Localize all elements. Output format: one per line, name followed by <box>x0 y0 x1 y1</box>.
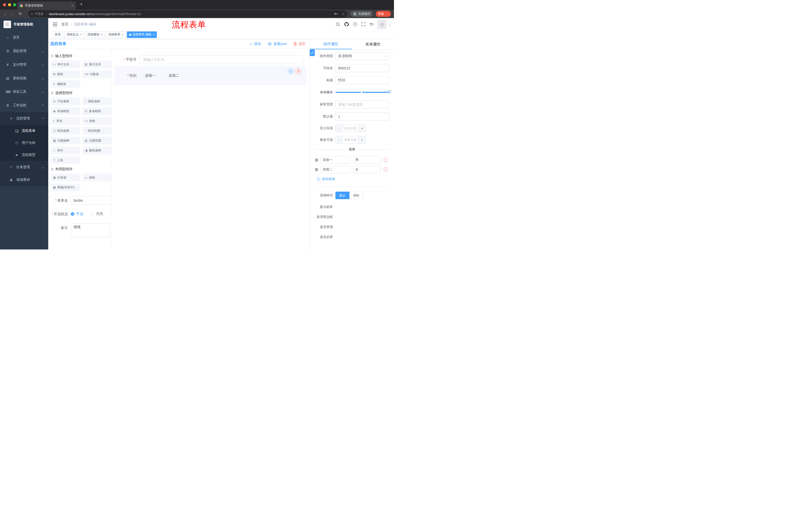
component-type-select[interactable]: 多选框组 <box>336 52 389 60</box>
palette-item-cascader[interactable]: ⑂级联选择 <box>82 98 112 105</box>
palette-item-time-picker[interactable]: ◷时间选择 <box>51 127 80 135</box>
option1-name-input[interactable] <box>320 156 350 164</box>
add-option-button[interactable]: + 添加选项 <box>317 177 389 181</box>
segment-button[interactable]: 按钮 <box>349 192 363 199</box>
copy-widget-button[interactable] <box>288 69 293 74</box>
new-tab-button[interactable]: + <box>80 2 83 6</box>
label-width-input[interactable] <box>336 100 389 108</box>
form-name-input[interactable] <box>71 196 112 205</box>
security-label[interactable]: 不安全 <box>35 12 44 16</box>
tab-close-icon[interactable]: × <box>71 4 74 7</box>
max-input[interactable] <box>343 136 358 143</box>
sidebar-item-user-group[interactable]: ⚇ 用户分组 <box>0 137 48 149</box>
palette-item-rate[interactable]: ☆评分 <box>51 146 80 154</box>
palette-item-button[interactable]: ▭按钮 <box>82 174 112 181</box>
hamburger-icon[interactable] <box>53 23 57 26</box>
sidebar-item-system[interactable]: ⚙ 系统管理 <box>0 44 48 58</box>
back-icon[interactable]: ← <box>2 12 8 16</box>
close-icon[interactable]: × <box>122 33 123 36</box>
tag-process-form[interactable]: 流程表单 × <box>106 31 126 38</box>
radio-status-off[interactable]: 关闭 <box>91 212 103 216</box>
tab-form-props[interactable]: 表单属性 <box>352 39 394 49</box>
slider-handle[interactable] <box>388 90 391 93</box>
sidebar-item-devtools[interactable]: ⌨ 研发工具 <box>0 85 48 99</box>
sidebar-item-task-management[interactable]: ⚐ 任务管理 <box>0 161 48 173</box>
drag-handle-icon[interactable] <box>315 168 318 171</box>
close-icon[interactable]: × <box>153 33 154 36</box>
radio-status-on[interactable]: 开启 <box>71 212 83 216</box>
remove-option-button[interactable]: - <box>384 158 388 162</box>
search-icon[interactable] <box>336 22 341 27</box>
remove-option-button[interactable]: - <box>384 167 388 171</box>
form-remark-textarea[interactable]: 嘿嘿 <box>71 223 110 237</box>
minimize-window-button[interactable] <box>8 3 11 6</box>
view-json-button[interactable]: 查看json <box>267 42 287 46</box>
checkbox-box[interactable] <box>163 74 167 77</box>
reload-icon[interactable]: ↻ <box>17 11 24 16</box>
palette-item-switch[interactable]: ◐开关 <box>51 117 80 125</box>
palette-item-single-text[interactable]: ▭单行文本 <box>51 61 80 68</box>
field-name-input[interactable] <box>336 64 389 72</box>
field-link-tag[interactable] <box>310 50 315 56</box>
palette-item-color-picker[interactable]: ◨颜色选择 <box>82 146 112 154</box>
sidebar-item-infrastructure[interactable]: ▤ 基础设施 <box>0 72 48 85</box>
default-value-input[interactable] <box>336 112 389 120</box>
tag-process-model[interactable]: 流程模型 × <box>85 31 105 38</box>
chevron-down-icon[interactable] <box>389 22 390 26</box>
address-bar[interactable]: ⚠ 不安全 dashboard.yudao.iocoder.cn /bpm/ma… <box>28 10 347 17</box>
drag-handle-icon[interactable] <box>315 158 318 162</box>
tag-home[interactable]: 首页 <box>53 31 63 38</box>
font-size-icon[interactable]: TT <box>370 22 374 26</box>
slider-track[interactable] <box>336 92 389 93</box>
checkbox-option1[interactable]: 选项一 <box>140 74 155 78</box>
option2-value-input[interactable] <box>353 166 381 173</box>
palette-item-upload[interactable]: ↥上传 <box>51 156 80 164</box>
palette-item-password[interactable]: ⊠密码 <box>51 71 80 78</box>
clear-button[interactable]: 清空 <box>293 42 306 46</box>
palette-item-editor[interactable]: ✎编辑器 <box>51 80 80 88</box>
sidebar-item-process-management[interactable]: ≡ 流程管理 <box>0 112 48 125</box>
palette-item-counter[interactable]: 123计数器 <box>82 71 112 78</box>
avatar[interactable] <box>377 20 386 29</box>
plus-button[interactable]: + <box>358 136 365 143</box>
sidebar-item-leave-query[interactable]: ♟ 请假查询 <box>0 173 48 186</box>
palette-item-table[interactable]: ▩表格[开发中] <box>51 184 80 191</box>
sidebar-item-process-model[interactable]: ➤ 流程模型 <box>0 149 48 161</box>
bookmark-star-icon[interactable]: ☆ <box>342 12 345 16</box>
palette-item-radio-group[interactable]: ◉单选框组 <box>51 107 80 115</box>
minus-button[interactable]: - <box>336 125 343 132</box>
github-icon[interactable] <box>344 22 349 27</box>
tag-process-definition[interactable]: 流程定义 × <box>64 31 84 38</box>
fullscreen-icon[interactable] <box>361 22 366 27</box>
tag-process-form-edit[interactable]: 流程表单-编辑 × <box>127 31 157 38</box>
minus-button[interactable]: - <box>336 136 343 143</box>
option1-value-input[interactable] <box>353 156 381 164</box>
palette-item-select[interactable]: ⊖下拉选择 <box>51 98 80 105</box>
palette-item-checkbox-group[interactable]: ☑多选框组 <box>82 107 112 115</box>
tab-component-props[interactable]: 组件属性 <box>310 39 352 49</box>
palette-item-slider[interactable]: ⊶滑块 <box>82 117 112 125</box>
browser-menu-icon[interactable]: ⋮ <box>386 12 389 16</box>
close-window-button[interactable] <box>3 3 6 6</box>
zoom-window-button[interactable] <box>13 3 16 6</box>
save-button[interactable]: ✓ 保存 <box>250 42 261 46</box>
checkbox-box[interactable] <box>140 74 143 77</box>
palette-item-multi-text[interactable]: ▤多行文本 <box>82 61 112 68</box>
option2-name-input[interactable] <box>320 166 350 173</box>
close-icon[interactable]: × <box>80 33 82 36</box>
title-input[interactable] <box>336 76 389 84</box>
phone-input[interactable] <box>140 55 303 64</box>
forward-icon[interactable]: → <box>8 12 15 16</box>
plus-button[interactable]: + <box>358 125 365 132</box>
breadcrumb-home[interactable]: 首页 <box>61 22 68 27</box>
help-icon[interactable]: ? <box>353 22 357 26</box>
palette-item-date-range[interactable]: ▥日期范围 <box>82 137 112 144</box>
delete-widget-button[interactable] <box>295 69 301 74</box>
app-logo-row[interactable]: 芋道管理系统 <box>0 18 48 31</box>
sidebar-item-workflow[interactable]: ≣ 工作流程 <box>0 99 48 112</box>
palette-item-row-container[interactable]: ▣行容器 <box>51 174 80 181</box>
browser-tab[interactable]: 芋道管理系统 × <box>17 1 76 9</box>
sidebar-item-payment[interactable]: ¥ 支付管理 <box>0 58 48 72</box>
password-key-icon[interactable] <box>334 12 338 16</box>
selected-widget-gender[interactable]: *性别 选项一 选项二 <box>115 66 306 85</box>
